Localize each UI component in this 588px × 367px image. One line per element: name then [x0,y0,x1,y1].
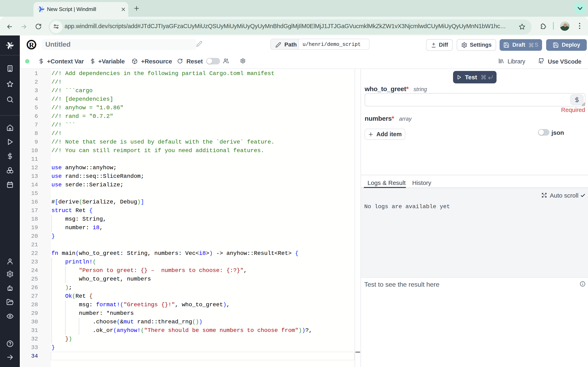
svg-text:R: R [29,41,34,49]
